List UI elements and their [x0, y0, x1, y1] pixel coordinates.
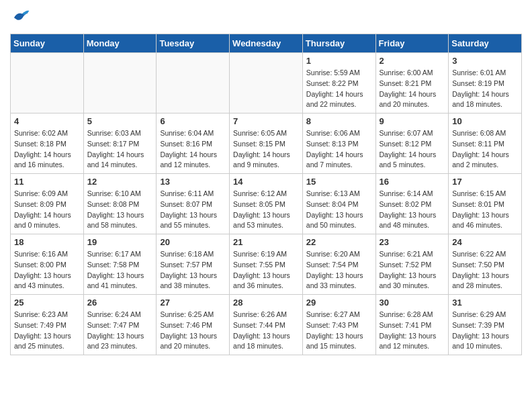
sunrise: Sunrise: 6:17 AM: [87, 249, 153, 260]
sunset: Sunset: 7:50 PM: [452, 260, 518, 271]
day-number: 4: [14, 116, 80, 126]
daylight: Daylight: 13 hours and 10 minutes.: [452, 331, 518, 353]
weekday-header: Monday: [83, 34, 157, 53]
daylight: Daylight: 13 hours and 38 minutes.: [160, 271, 226, 292]
sunset: Sunset: 8:04 PM: [306, 199, 372, 210]
calendar-day: 9Sunrise: 6:07 AMSunset: 8:12 PMDaylight…: [375, 113, 449, 174]
calendar-day: 2Sunrise: 6:00 AMSunset: 8:21 PMDaylight…: [375, 53, 449, 113]
calendar-day: 21Sunrise: 6:19 AMSunset: 7:55 PMDayligh…: [230, 234, 303, 295]
calendar-day: [83, 53, 157, 113]
calendar-day: 30Sunrise: 6:28 AMSunset: 7:41 PMDayligh…: [375, 295, 449, 355]
sunrise: Sunrise: 6:23 AM: [14, 310, 80, 320]
calendar-day: 22Sunrise: 6:20 AMSunset: 7:54 PMDayligh…: [302, 234, 375, 295]
day-number: 7: [233, 116, 299, 126]
calendar-day: [11, 53, 84, 113]
day-info: Sunrise: 6:25 AMSunset: 7:46 PMDaylight:…: [160, 310, 226, 352]
calendar-day: 29Sunrise: 6:27 AMSunset: 7:43 PMDayligh…: [302, 295, 375, 355]
daylight: Daylight: 14 hours and 0 minutes.: [14, 210, 80, 232]
day-info: Sunrise: 6:29 AMSunset: 7:39 PMDaylight:…: [452, 310, 518, 352]
daylight: Daylight: 13 hours and 12 minutes.: [380, 331, 445, 353]
day-info: Sunrise: 6:23 AMSunset: 7:49 PMDaylight:…: [14, 310, 80, 352]
calendar-day: 27Sunrise: 6:25 AMSunset: 7:46 PMDayligh…: [157, 295, 230, 355]
day-info: Sunrise: 6:06 AMSunset: 8:13 PMDaylight:…: [306, 128, 372, 171]
sunset: Sunset: 8:02 PM: [380, 199, 445, 210]
sunset: Sunset: 8:19 PM: [452, 79, 518, 89]
sunrise: Sunrise: 6:24 AM: [87, 310, 153, 320]
calendar-table: SundayMondayTuesdayWednesdayThursdayFrid…: [10, 34, 522, 355]
day-info: Sunrise: 6:16 AMSunset: 8:00 PMDaylight:…: [14, 249, 80, 291]
day-info: Sunrise: 6:12 AMSunset: 8:05 PMDaylight:…: [233, 189, 299, 231]
day-info: Sunrise: 6:18 AMSunset: 7:57 PMDaylight:…: [160, 249, 226, 291]
calendar-day: 7Sunrise: 6:05 AMSunset: 8:15 PMDaylight…: [230, 113, 303, 174]
sunrise: Sunrise: 6:05 AM: [233, 128, 299, 139]
calendar-day: 3Sunrise: 6:01 AMSunset: 8:19 PMDaylight…: [449, 53, 522, 113]
sunset: Sunset: 7:57 PM: [160, 260, 226, 271]
daylight: Daylight: 13 hours and 53 minutes.: [233, 210, 299, 232]
day-number: 3: [452, 56, 518, 66]
day-number: 10: [452, 116, 518, 126]
day-number: 11: [14, 177, 80, 187]
daylight: Daylight: 14 hours and 12 minutes.: [160, 150, 226, 171]
day-info: Sunrise: 6:15 AMSunset: 8:01 PMDaylight:…: [452, 189, 518, 231]
day-info: Sunrise: 6:21 AMSunset: 7:52 PMDaylight:…: [380, 249, 445, 291]
header: [10, 7, 522, 27]
daylight: Daylight: 14 hours and 14 minutes.: [87, 150, 153, 171]
sunrise: Sunrise: 6:27 AM: [306, 310, 372, 320]
day-info: Sunrise: 6:04 AMSunset: 8:16 PMDaylight:…: [160, 128, 226, 171]
day-number: 12: [87, 177, 153, 187]
sunrise: Sunrise: 6:03 AM: [87, 128, 153, 139]
day-number: 14: [233, 177, 299, 187]
sunset: Sunset: 7:46 PM: [160, 320, 226, 331]
sunset: Sunset: 8:07 PM: [160, 199, 226, 210]
daylight: Daylight: 14 hours and 2 minutes.: [452, 150, 518, 171]
day-number: 22: [306, 237, 372, 247]
day-number: 29: [306, 298, 372, 308]
sunset: Sunset: 8:00 PM: [14, 260, 80, 271]
daylight: Daylight: 14 hours and 22 minutes.: [306, 89, 372, 111]
day-info: Sunrise: 5:59 AMSunset: 8:22 PMDaylight:…: [306, 68, 372, 110]
sunrise: Sunrise: 6:28 AM: [380, 310, 445, 320]
day-info: Sunrise: 6:03 AMSunset: 8:17 PMDaylight:…: [87, 128, 153, 171]
day-number: 28: [233, 298, 299, 308]
daylight: Daylight: 14 hours and 18 minutes.: [452, 89, 518, 111]
sunrise: Sunrise: 6:29 AM: [452, 310, 518, 320]
sunrise: Sunrise: 6:04 AM: [160, 128, 226, 139]
calendar-day: 1Sunrise: 5:59 AMSunset: 8:22 PMDaylight…: [302, 53, 375, 113]
day-info: Sunrise: 6:00 AMSunset: 8:21 PMDaylight:…: [380, 68, 445, 110]
calendar-week: 1Sunrise: 5:59 AMSunset: 8:22 PMDaylight…: [11, 53, 522, 113]
sunrise: Sunrise: 5:59 AM: [306, 68, 372, 79]
calendar-week: 11Sunrise: 6:09 AMSunset: 8:09 PMDayligh…: [11, 174, 522, 234]
day-info: Sunrise: 6:22 AMSunset: 7:50 PMDaylight:…: [452, 249, 518, 291]
calendar-day: [157, 53, 230, 113]
day-info: Sunrise: 6:24 AMSunset: 7:47 PMDaylight:…: [87, 310, 153, 352]
day-number: 26: [87, 298, 153, 308]
daylight: Daylight: 13 hours and 18 minutes.: [233, 331, 299, 353]
sunset: Sunset: 8:11 PM: [452, 139, 518, 150]
logo-icon: [10, 7, 30, 27]
day-info: Sunrise: 6:17 AMSunset: 7:58 PMDaylight:…: [87, 249, 153, 291]
daylight: Daylight: 13 hours and 58 minutes.: [87, 210, 153, 232]
sunset: Sunset: 8:21 PM: [380, 79, 445, 89]
day-number: 23: [380, 237, 445, 247]
sunrise: Sunrise: 6:19 AM: [233, 249, 299, 260]
daylight: Daylight: 13 hours and 23 minutes.: [87, 331, 153, 353]
day-info: Sunrise: 6:28 AMSunset: 7:41 PMDaylight:…: [380, 310, 445, 352]
daylight: Daylight: 14 hours and 5 minutes.: [380, 150, 445, 171]
day-number: 8: [306, 116, 372, 126]
calendar-day: 20Sunrise: 6:18 AMSunset: 7:57 PMDayligh…: [157, 234, 230, 295]
daylight: Daylight: 13 hours and 28 minutes.: [452, 271, 518, 292]
day-info: Sunrise: 6:14 AMSunset: 8:02 PMDaylight:…: [380, 189, 445, 231]
sunset: Sunset: 7:54 PM: [306, 260, 372, 271]
calendar-day: 28Sunrise: 6:26 AMSunset: 7:44 PMDayligh…: [230, 295, 303, 355]
sunrise: Sunrise: 6:22 AM: [452, 249, 518, 260]
sunrise: Sunrise: 6:26 AM: [233, 310, 299, 320]
day-number: 25: [14, 298, 80, 308]
sunset: Sunset: 7:39 PM: [452, 320, 518, 331]
day-info: Sunrise: 6:19 AMSunset: 7:55 PMDaylight:…: [233, 249, 299, 291]
sunrise: Sunrise: 6:00 AM: [380, 68, 445, 79]
sunrise: Sunrise: 6:12 AM: [233, 189, 299, 199]
day-number: 16: [380, 177, 445, 187]
day-info: Sunrise: 6:27 AMSunset: 7:43 PMDaylight:…: [306, 310, 372, 352]
calendar-day: 23Sunrise: 6:21 AMSunset: 7:52 PMDayligh…: [375, 234, 449, 295]
day-number: 18: [14, 237, 80, 247]
